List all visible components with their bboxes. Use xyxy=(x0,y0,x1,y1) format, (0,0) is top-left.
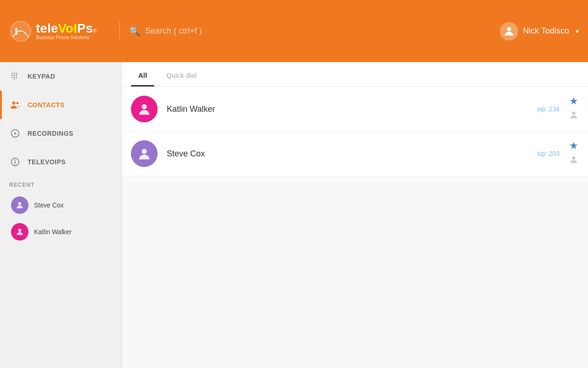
logo-subtitle: Business Phone Solutions xyxy=(36,35,97,40)
contact-name-steve: Steve Cox xyxy=(167,149,537,159)
contact-list: Katlin Walker sip: 234 ★ xyxy=(122,87,588,176)
svg-point-21 xyxy=(18,229,22,232)
svg-point-24 xyxy=(141,149,147,154)
logo-brand: teleVoIPs® xyxy=(36,22,97,35)
recent-avatar-steve xyxy=(11,196,28,214)
svg-point-12 xyxy=(14,79,15,80)
sidebar-contacts-label: CONTACTS xyxy=(28,101,65,109)
svg-marker-16 xyxy=(14,132,17,135)
svg-point-5 xyxy=(16,73,17,74)
svg-point-6 xyxy=(11,75,13,76)
sidebar-item-recordings[interactable]: RECORDINGS xyxy=(0,119,121,148)
svg-point-20 xyxy=(18,202,22,205)
svg-point-7 xyxy=(14,75,15,76)
sidebar-item-contacts[interactable]: CONTACTS xyxy=(0,91,121,119)
contact-profile-icon-katlin[interactable] xyxy=(569,110,579,123)
chevron-down-icon: ▾ xyxy=(576,28,579,35)
keypad-icon xyxy=(9,70,21,82)
main-layout: KEYPAD CONTACTS RECORDINGS xyxy=(0,62,588,368)
star-icon-steve[interactable]: ★ xyxy=(569,140,578,152)
svg-point-11 xyxy=(16,77,17,78)
sidebar-item-keypad[interactable]: KEYPAD xyxy=(0,62,121,91)
tab-quick-dial[interactable]: Quick dial xyxy=(159,62,204,86)
user-avatar-icon xyxy=(500,22,518,40)
user-menu[interactable]: Nick Todisco ▾ xyxy=(500,22,579,40)
svg-point-14 xyxy=(17,102,19,104)
user-silhouette-icon xyxy=(503,25,515,38)
info-icon xyxy=(9,156,21,168)
sidebar: KEYPAD CONTACTS RECORDINGS xyxy=(0,62,122,368)
recent-section: RECENT Steve Cox Katlin Walke xyxy=(0,176,121,249)
recordings-icon xyxy=(9,127,21,139)
contact-sip-katlin: sip: 234 xyxy=(537,105,560,113)
search-icon: 🔍 xyxy=(129,26,141,37)
contact-avatar-katlin xyxy=(131,96,158,122)
svg-point-9 xyxy=(11,77,13,78)
sidebar-recordings-label: RECORDINGS xyxy=(28,130,74,137)
user-name: Nick Todisco xyxy=(523,26,569,36)
svg-point-25 xyxy=(572,156,575,160)
svg-point-3 xyxy=(11,73,13,74)
search-input[interactable] xyxy=(145,26,283,36)
sidebar-item-televoips[interactable]: TELEVOIPS xyxy=(0,148,121,176)
recent-name-steve: Steve Cox xyxy=(34,201,64,209)
svg-point-4 xyxy=(14,73,15,74)
recent-name-katlin: Katlin Walker xyxy=(34,228,72,236)
logo-area: t teleVoIPs® Business Phone Solutions xyxy=(9,20,110,43)
logo-text-block: teleVoIPs® Business Phone Solutions xyxy=(36,22,97,40)
svg-point-10 xyxy=(14,77,15,78)
svg-point-22 xyxy=(141,104,147,109)
contact-item-steve[interactable]: Steve Cox sip: 203 ★ xyxy=(122,132,588,176)
tab-all[interactable]: All xyxy=(131,62,154,86)
contact-avatar-steve xyxy=(131,140,158,167)
header-divider xyxy=(119,22,120,40)
contact-profile-icon-steve[interactable] xyxy=(569,155,579,167)
contact-sip-steve: sip: 203 xyxy=(537,150,560,157)
recent-item-katlin-walker[interactable]: Katlin Walker xyxy=(9,218,112,245)
svg-text:t: t xyxy=(15,25,18,37)
svg-point-19 xyxy=(15,160,16,161)
tabs-bar: All Quick dial xyxy=(122,62,588,87)
contact-actions-steve: ★ xyxy=(569,140,579,167)
contact-actions-katlin: ★ xyxy=(569,95,579,123)
svg-point-2 xyxy=(507,27,511,31)
recent-label: RECENT xyxy=(9,182,112,188)
svg-point-23 xyxy=(572,112,575,115)
contacts-icon xyxy=(9,99,21,111)
sidebar-keypad-label: KEYPAD xyxy=(28,73,55,80)
svg-point-8 xyxy=(16,75,17,76)
content-area: All Quick dial Katlin Walker sip: 234 ★ xyxy=(122,62,588,368)
svg-point-13 xyxy=(12,102,16,105)
sidebar-televoips-label: TELEVOIPS xyxy=(28,158,66,166)
app-header: t teleVoIPs® Business Phone Solutions 🔍 … xyxy=(0,0,588,62)
contact-item-katlin[interactable]: Katlin Walker sip: 234 ★ xyxy=(122,87,588,132)
logo-icon: t xyxy=(9,20,32,43)
contact-name-katlin: Katlin Walker xyxy=(167,104,537,114)
recent-item-steve-cox[interactable]: Steve Cox xyxy=(9,192,112,218)
star-icon-katlin[interactable]: ★ xyxy=(569,95,578,107)
recent-avatar-katlin xyxy=(11,223,28,241)
search-area: 🔍 xyxy=(129,26,500,37)
